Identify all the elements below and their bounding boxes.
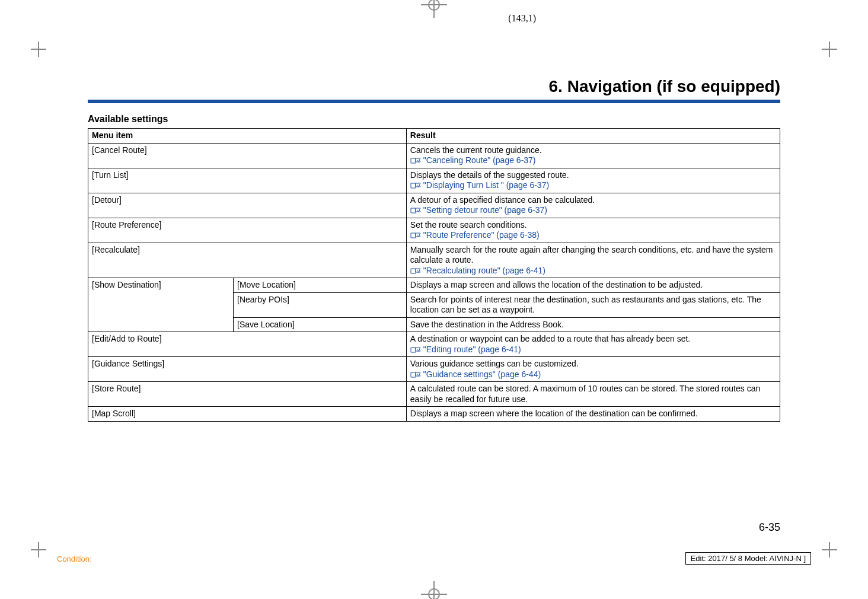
menu-cell: [Show Destination] xyxy=(88,278,234,332)
page-coordinate: (143,1) xyxy=(508,13,536,24)
page-number: 6-35 xyxy=(759,521,780,534)
cross-ref-text: "Editing route" (page 6-41) xyxy=(423,345,521,354)
cross-ref-text: "Guidance settings" (page 6-44) xyxy=(423,369,541,379)
crop-mark-bl xyxy=(31,542,46,557)
cross-ref-text: "Setting detour route" (page 6-37) xyxy=(423,205,547,215)
footer-condition: Condition: xyxy=(57,555,92,563)
book-hand-icon xyxy=(410,371,421,378)
result-cell: Manually search for the route again afte… xyxy=(406,243,780,278)
result-cell: Displays a map screen where the location… xyxy=(406,407,780,422)
table-row: [Turn List] Displays the details of the … xyxy=(88,168,780,193)
cross-ref: "Recalculating route" (page 6-41) xyxy=(410,266,545,275)
result-cell: Displays the details of the suggested ro… xyxy=(406,168,780,193)
table-header-row: Menu item Result xyxy=(88,129,780,144)
menu-cell: [Map Scroll] xyxy=(88,407,407,422)
cross-ref-text: "Route Preference" (page 6-38) xyxy=(423,230,540,240)
cross-ref: "Route Preference" (page 6-38) xyxy=(410,230,540,240)
chapter-rule xyxy=(88,100,780,103)
result-cell: A destination or waypoint can be added t… xyxy=(406,332,780,357)
book-hand-icon xyxy=(410,232,421,239)
menu-cell: [Store Route] xyxy=(88,382,407,407)
menu-cell: [Detour] xyxy=(88,193,407,218)
result-cell: A detour of a specified distance can be … xyxy=(406,193,780,218)
section-subheading: Available settings xyxy=(88,114,780,125)
submenu-cell: [Nearby POIs] xyxy=(234,292,407,317)
result-desc: Displays the details of the suggested ro… xyxy=(410,170,569,180)
cross-ref: "Displaying Turn List " (page 6-37) xyxy=(410,180,549,190)
menu-cell: [Edit/Add to Route] xyxy=(88,332,407,357)
cross-ref-text: "Canceling Route" (page 6-37) xyxy=(423,155,536,165)
col-header-menu: Menu item xyxy=(88,129,407,144)
registration-mark-top xyxy=(421,0,447,18)
result-cell: Set the route search conditions. "Route … xyxy=(406,218,780,243)
cross-ref-text: "Displaying Turn List " (page 6-37) xyxy=(423,180,549,190)
table-row: [Guidance Settings] Various guidance set… xyxy=(88,357,780,382)
table-row: [Recalculate] Manually search for the ro… xyxy=(88,243,780,278)
crop-mark-tr xyxy=(822,42,837,57)
book-hand-icon xyxy=(410,182,421,189)
menu-cell: [Recalculate] xyxy=(88,243,407,278)
menu-cell: [Route Preference] xyxy=(88,218,407,243)
table-row: [Cancel Route] Cancels the current route… xyxy=(88,143,780,168)
table-row: [Route Preference] Set the route search … xyxy=(88,218,780,243)
result-cell: Save the destination in the Address Book… xyxy=(406,317,780,332)
page-content: 6. Navigation (if so equipped) Available… xyxy=(88,77,780,540)
result-cell: Cancels the current route guidance. "Can… xyxy=(406,143,780,168)
result-cell: Displays a map screen and allows the loc… xyxy=(406,278,780,293)
submenu-cell: [Move Location] xyxy=(234,278,407,293)
submenu-cell: [Save Location] xyxy=(234,317,407,332)
book-hand-icon xyxy=(410,267,421,275)
chapter-title: 6. Navigation (if so equipped) xyxy=(88,77,780,96)
result-desc: A destination or waypoint can be added t… xyxy=(410,334,690,343)
menu-cell: [Cancel Route] xyxy=(88,143,407,168)
menu-cell: [Guidance Settings] xyxy=(88,357,407,382)
result-cell: Various guidance settings can be customi… xyxy=(406,357,780,382)
menu-cell: [Turn List] xyxy=(88,168,407,193)
result-desc: Set the route search conditions. xyxy=(410,220,527,230)
settings-table: Menu item Result [Cancel Route] Cancels … xyxy=(88,128,780,422)
table-row: [Store Route] A calculated route can be … xyxy=(88,382,780,407)
cross-ref: "Editing route" (page 6-41) xyxy=(410,345,521,354)
col-header-result: Result xyxy=(406,129,780,144)
table-row: [Show Destination] [Move Location] Displ… xyxy=(88,278,780,293)
result-desc: Cancels the current route guidance. xyxy=(410,145,542,155)
result-desc: A detour of a specified distance can be … xyxy=(410,195,595,205)
cross-ref: "Guidance settings" (page 6-44) xyxy=(410,369,541,379)
book-hand-icon xyxy=(410,207,421,214)
book-hand-icon xyxy=(410,157,421,164)
result-desc: Manually search for the route again afte… xyxy=(410,245,773,265)
table-row: [Map Scroll] Displays a map screen where… xyxy=(88,407,780,422)
cross-ref: "Setting detour route" (page 6-37) xyxy=(410,205,547,215)
crop-mark-tl xyxy=(31,42,46,57)
table-row: [Detour] A detour of a specified distanc… xyxy=(88,193,780,218)
crop-mark-br xyxy=(822,542,837,557)
book-hand-icon xyxy=(410,346,421,353)
table-row: [Edit/Add to Route] A destination or way… xyxy=(88,332,780,357)
result-desc: Various guidance settings can be customi… xyxy=(410,359,579,368)
result-cell: A calculated route can be stored. A maxi… xyxy=(406,382,780,407)
cross-ref-text: "Recalculating route" (page 6-41) xyxy=(423,266,545,275)
result-cell: Search for points of interest near the d… xyxy=(406,292,780,317)
cross-ref: "Canceling Route" (page 6-37) xyxy=(410,155,536,165)
registration-mark-bottom xyxy=(421,581,447,599)
footer-edit-info: Edit: 2017/ 5/ 8 Model: AIVINJ-N ] xyxy=(685,552,811,565)
